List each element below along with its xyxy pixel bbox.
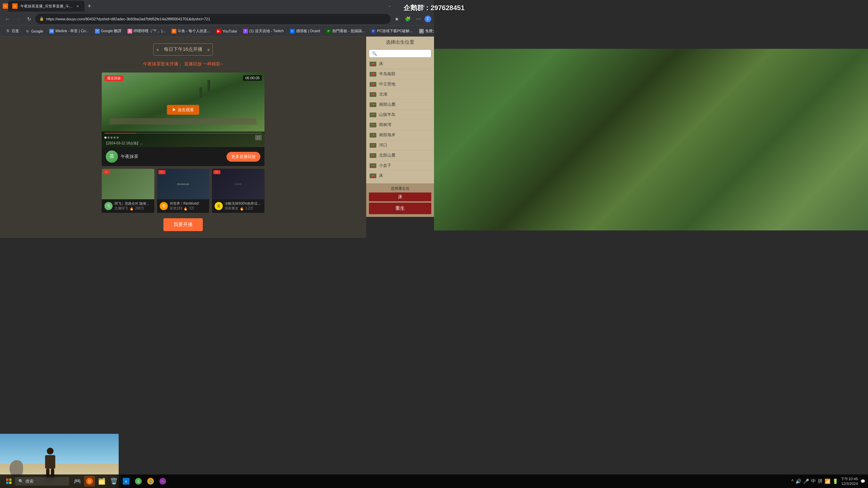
spawn-tank-icon: 🚗 bbox=[370, 92, 376, 97]
spawn-item-river-mouth[interactable]: 🚗 河口 bbox=[366, 140, 434, 150]
spawn-name: 雨林湾 bbox=[379, 122, 391, 128]
video-container[interactable]: 最近回放 06:00:05 ▶ 追击观看 bbox=[102, 73, 264, 147]
bookmark-google[interactable]: G Google bbox=[22, 27, 46, 35]
spawn-item-bed-1[interactable]: 🚗 床 bbox=[366, 59, 434, 69]
douyu-favicon: D bbox=[172, 29, 176, 34]
tab-favicon-icon: D bbox=[12, 3, 18, 9]
replay-section: 最近回放 06:00:05 ▶ 追击观看 bbox=[102, 73, 264, 166]
video-caption: 【2024-03-12 18点场】... bbox=[104, 141, 262, 146]
rec-avatar-1: 飞 bbox=[104, 202, 113, 210]
spawn-name: 河口 bbox=[379, 142, 387, 148]
bookmark-label: 免費大文件传输服... bbox=[425, 28, 434, 34]
streamer-avatar: 茶 bbox=[106, 150, 118, 163]
translate-favicon: T bbox=[95, 29, 100, 34]
rec-info-3: 龙 冷酷无情500%热带沼泽... 雨夜飘龙 🔥 1.2万 bbox=[212, 199, 264, 213]
filetransfer-favicon: F bbox=[419, 29, 424, 34]
rec-info-2: 笔 环世界！RimWorld! 彩笔183 🔥 3万 bbox=[157, 199, 210, 213]
bookmark-douyu[interactable]: D 斗鱼 - 每个人的直... bbox=[169, 27, 213, 35]
baidu-favicon: 百 bbox=[5, 29, 10, 34]
bookmark-filetransfer[interactable]: F 免費大文件传输服... bbox=[416, 27, 434, 35]
bookmark-mielink[interactable]: M Mielink - 举里 | Co... bbox=[46, 27, 91, 35]
title-bar: D D 午夜抹茶直播_斥世界直播_斗... ✕ + － □ ✕ bbox=[0, 0, 434, 12]
bookmark-dcard[interactable]: D 感情板 | Dcard bbox=[287, 27, 323, 35]
progress-dot bbox=[114, 137, 116, 139]
bookmark-translate[interactable]: T Google 翻譯 bbox=[92, 27, 124, 35]
rec-card-1[interactable]: 🔴 飞 阿飞）思路全对 随便通关 主播阿飞 🔥 268万 bbox=[102, 169, 154, 213]
spawn-tank-icon: 🚗 bbox=[370, 123, 376, 127]
spawn-item-south-foothills[interactable]: 🚗 南部山麓 bbox=[366, 100, 434, 110]
panel-title: 选择出生位置 bbox=[366, 37, 434, 48]
progress-dot bbox=[107, 137, 110, 139]
bookmarks-bar: 百 百度 G Google M Mielink - 举里 | Co... T G… bbox=[0, 26, 434, 37]
tab-title: 午夜抹茶直播_斥世界直播_斗... bbox=[20, 4, 72, 9]
spawn-tank-icon: 🚗 bbox=[370, 72, 376, 77]
back-button[interactable]: ← bbox=[3, 14, 12, 24]
progress-dot bbox=[117, 137, 119, 139]
spawn-item-mountain-peninsula[interactable]: 🚗 山脉半岛 bbox=[366, 110, 434, 120]
bookmark-label: (1) 设天说地 - Twitch bbox=[249, 28, 283, 34]
spawn-search[interactable]: 🔍 bbox=[369, 49, 431, 58]
extensions-button[interactable]: 🧩 bbox=[403, 14, 412, 24]
search-icon: 🔍 bbox=[372, 51, 377, 56]
spawn-panel: 选择出生位置 🔍 🚗 床 🚗 半岛南部 🚗 中立营地 🚗 北湖 🚗 bbox=[366, 37, 434, 217]
spawn-item-bed-2[interactable]: 🚗 床 bbox=[366, 171, 434, 181]
spawn-name: 北部山麓 bbox=[379, 152, 395, 158]
respawn-button[interactable]: 重生 bbox=[369, 203, 431, 214]
spawn-tank-icon: 🚗 bbox=[370, 143, 376, 148]
youtube-favicon: ▶ bbox=[216, 29, 221, 34]
start-stream-button[interactable]: 我要开播 bbox=[163, 218, 203, 231]
rec-thumb-1: 🔴 bbox=[102, 169, 154, 199]
spawn-item-south-peninsula[interactable]: 🚗 半岛南部 bbox=[366, 69, 434, 79]
spawn-tank-icon: 🚗 bbox=[370, 62, 376, 66]
bookmark-pc-games[interactable]: P PC游戏下载PC破解... bbox=[368, 27, 416, 35]
bookmark-bilibili[interactable]: B 哔哩哔哩（"〒」)... bbox=[125, 27, 168, 35]
rec-card-3[interactable]: GAME 🔴 龙 冷酷无情500%热带沼泽... 雨夜飘龙 🔥 1.2万 bbox=[212, 169, 264, 213]
spawn-tank-icon: 🚗 bbox=[370, 153, 376, 158]
rec-meta-3: 雨夜飘龙 🔥 1.2万 bbox=[225, 206, 262, 211]
rec-title-2: 环世界！RimWorld! bbox=[170, 201, 207, 206]
spawn-item-north-foothills[interactable]: 🚗 北部山麓 bbox=[366, 150, 434, 161]
bookmark-baidu[interactable]: 百 百度 bbox=[3, 27, 22, 35]
spawn-tank-icon: 🚗 bbox=[370, 82, 376, 87]
bookmark-twitch[interactable]: T (1) 设天说地 - Twitch bbox=[240, 27, 286, 35]
rec-title-3: 冷酷无情500%热带沼泽... bbox=[225, 201, 262, 206]
bookmark-label: 感情板 | Dcard bbox=[296, 28, 320, 34]
play-button[interactable]: ▶ 追击观看 bbox=[167, 105, 199, 115]
more-replay-button[interactable]: 更多直播回放 bbox=[226, 152, 260, 162]
spawn-item-neutral-camp[interactable]: 🚗 中立营地 bbox=[366, 79, 434, 89]
bookmark-label: Mielink - 举里 | Co... bbox=[55, 28, 88, 34]
browser-toolbar: ← → ↻ 🔒 https://www.douyu.com/80432?dysh… bbox=[0, 12, 434, 26]
live-badge: 🔴 bbox=[158, 170, 165, 174]
recommended-section: 🔴 飞 阿飞）思路全对 随便通关 主播阿飞 🔥 268万 bbox=[102, 169, 264, 213]
forward-button[interactable]: → bbox=[14, 14, 23, 24]
bookmark-label: 百度 bbox=[12, 28, 19, 34]
minimize-button[interactable]: － bbox=[382, 0, 397, 12]
active-tab[interactable]: D 午夜抹茶直播_斥世界直播_斗... ✕ bbox=[8, 1, 84, 12]
spawn-item-bed-3[interactable]: 🚗 床 bbox=[366, 181, 434, 183]
address-bar[interactable]: 🔒 https://www.douyu.com/80432?dyshid=d82… bbox=[35, 14, 391, 24]
spawn-item-rainforest-bay[interactable]: 🚗 雨林湾 bbox=[366, 120, 434, 130]
mielink-favicon: M bbox=[49, 29, 54, 34]
replay-link[interactable]: 直播回放 bbox=[184, 61, 202, 66]
profile-button[interactable]: E bbox=[425, 16, 431, 22]
schedule-text: 每日下午16点开播 bbox=[164, 46, 202, 52]
more-button[interactable]: ⋯ bbox=[414, 14, 423, 24]
spawn-item-small-box[interactable]: 🚗 小盒子 bbox=[366, 161, 434, 171]
bookmark-ptt[interactable]: P 熱門看板 - 批踢踢... bbox=[323, 27, 368, 35]
streamer-info: 茶 午夜抹茶 bbox=[106, 150, 138, 163]
refresh-button[interactable]: ↻ bbox=[24, 14, 34, 24]
rec-avatar-2: 笔 bbox=[160, 202, 168, 210]
progress-dot bbox=[111, 137, 113, 139]
spawn-item-south-coast[interactable]: 🚗 南部海岸 bbox=[366, 130, 434, 140]
bookmarks-button[interactable]: ★ bbox=[392, 14, 401, 24]
rec-card-2[interactable]: RimWorld 🔴 笔 环世界！RimWorld! 彩笔183 🔥 3万 bbox=[157, 169, 210, 213]
spawn-name: 中立营地 bbox=[379, 81, 395, 87]
bookmark-youtube[interactable]: ▶ YouTube bbox=[214, 27, 240, 35]
tab-close-button[interactable]: ✕ bbox=[75, 3, 80, 9]
video-timer: 06:00:05 bbox=[243, 75, 262, 81]
lock-icon: 🔒 bbox=[39, 17, 44, 21]
rec-thumb-2: RimWorld 🔴 bbox=[157, 169, 210, 199]
fullscreen-button[interactable]: ⛶ bbox=[255, 135, 262, 140]
spawn-item-north-lake[interactable]: 🚗 北湖 bbox=[366, 89, 434, 100]
new-tab-button[interactable]: + bbox=[84, 1, 94, 11]
